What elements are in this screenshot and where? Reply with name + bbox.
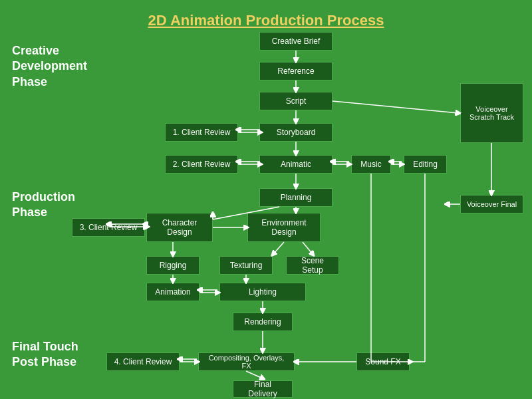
creative-phase-label: Creative Development Phase [12, 43, 92, 90]
production-phase-label: Production Phase [12, 190, 92, 221]
sound-fx-box: Sound FX [356, 352, 410, 371]
storyboard-box: Storyboard [259, 123, 332, 142]
music-box: Music [351, 155, 391, 174]
client-review-1-box: 1. Client Review [165, 123, 238, 142]
compositing-box: Compositing, Overlays, FX [198, 352, 295, 371]
page-title: 2D Animation Production Process [0, 5, 532, 29]
environment-design-box: Environment Design [247, 213, 321, 242]
script-box: Script [259, 92, 332, 110]
svg-line-27 [273, 242, 284, 254]
voiceover-scratch-box: Voiceover Scratch Track [460, 83, 523, 143]
character-design-box: Character Design [146, 213, 213, 242]
client-review-4-box: 4. Client Review [106, 352, 180, 371]
scene-setup-box: Scene Setup [286, 256, 339, 275]
final-delivery-box: Final Delivery [233, 380, 293, 398]
lighting-box: Lighting [219, 283, 306, 301]
animatic-box: Animatic [259, 155, 332, 174]
animation-box: Animation [146, 283, 200, 301]
planning-box: Planning [259, 188, 332, 207]
editing-box: Editing [404, 155, 447, 174]
texturing-box: Texturing [219, 256, 273, 275]
client-review-3-box: 3. Client Review [72, 218, 145, 237]
final-phase-label: Final Touch Post Phase [12, 339, 98, 370]
svg-line-28 [303, 242, 313, 254]
rendering-box: Rendering [233, 313, 293, 331]
voiceover-final-box: Voiceover Final [460, 195, 523, 213]
svg-line-41 [246, 371, 263, 378]
svg-line-6 [332, 101, 458, 113]
creative-brief-box: Creative Brief [259, 32, 332, 51]
client-review-2-box: 2. Client Review [165, 155, 238, 174]
rigging-box: Rigging [146, 256, 200, 275]
reference-box: Reference [259, 62, 332, 80]
